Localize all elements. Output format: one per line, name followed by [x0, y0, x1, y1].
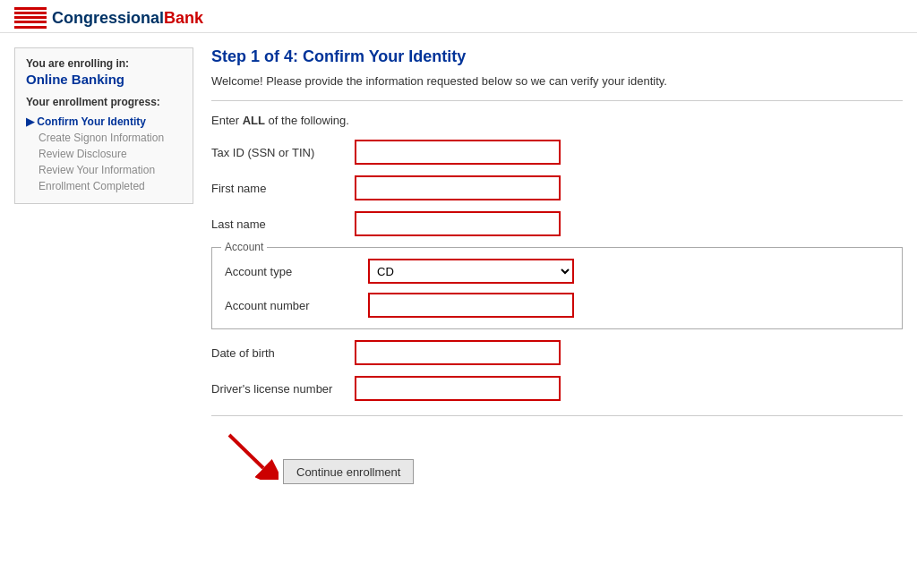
- svg-rect-5: [14, 12, 47, 14]
- account-number-row: Account number: [225, 293, 889, 318]
- account-type-label: Account type: [225, 265, 368, 278]
- sidebar-step-1: Confirm Your Identity: [26, 114, 182, 130]
- first-name-input[interactable]: [355, 175, 561, 200]
- svg-rect-8: [14, 19, 47, 21]
- svg-line-13: [229, 435, 263, 468]
- account-group-legend: Account: [221, 241, 267, 253]
- dob-input[interactable]: [355, 340, 561, 365]
- drivers-license-row: Driver's license number: [211, 376, 903, 401]
- logo-text-part1: Congressional: [52, 9, 164, 27]
- sidebar-step-2: Create Signon Information: [26, 130, 182, 146]
- sidebar-step-5: Enrollment Completed: [26, 178, 182, 194]
- drivers-license-label: Driver's license number: [211, 382, 355, 396]
- last-name-label: Last name: [211, 217, 355, 231]
- account-number-input[interactable]: [368, 293, 574, 318]
- step-description: Welcome! Please provide the information …: [211, 73, 903, 89]
- logo-text: CongressionalBank: [52, 9, 203, 28]
- svg-rect-11: [14, 26, 47, 29]
- account-group: Account Account type CD Checking Savings…: [211, 247, 903, 329]
- main-layout: You are enrolling in: Online Banking You…: [0, 33, 917, 534]
- first-name-label: First name: [211, 182, 355, 195]
- svg-rect-9: [14, 21, 47, 23]
- account-type-row: Account type CD Checking Savings Money M…: [225, 259, 889, 284]
- enter-all-label: Enter ALL of the following.: [211, 114, 903, 127]
- divider: [211, 100, 903, 101]
- button-section: Continue enrollment: [211, 415, 903, 484]
- sidebar-step-3: Review Disclosure: [26, 146, 182, 162]
- account-type-select[interactable]: CD Checking Savings Money Market: [368, 259, 574, 284]
- svg-rect-4: [14, 10, 47, 12]
- dob-row: Date of birth: [211, 340, 903, 365]
- progress-label: Your enrollment progress:: [26, 96, 182, 108]
- enrolling-label: You are enrolling in:: [26, 57, 182, 70]
- logo-container: CongressionalBank: [14, 7, 903, 29]
- tax-id-label: Tax ID (SSN or TIN): [211, 146, 355, 159]
- svg-rect-3: [14, 7, 47, 10]
- logo-flag-icon: [14, 7, 47, 29]
- content-area: Step 1 of 4: Confirm Your Identity Welco…: [211, 47, 903, 520]
- svg-rect-7: [14, 16, 47, 19]
- product-name: Online Banking: [26, 72, 182, 87]
- account-number-label: Account number: [225, 299, 368, 312]
- sidebar-steps: Confirm Your Identity Create Signon Info…: [26, 114, 182, 194]
- svg-rect-10: [14, 23, 47, 26]
- dob-label: Date of birth: [211, 346, 355, 360]
- drivers-license-input[interactable]: [355, 376, 561, 401]
- arrow-icon: [211, 430, 279, 480]
- step-title: Step 1 of 4: Confirm Your Identity: [211, 47, 903, 66]
- arrow-container: [211, 430, 283, 484]
- first-name-row: First name: [211, 175, 903, 200]
- sidebar: You are enrolling in: Online Banking You…: [14, 47, 193, 204]
- continue-enrollment-button[interactable]: Continue enrollment: [283, 459, 414, 484]
- last-name-row: Last name: [211, 211, 903, 236]
- header: CongressionalBank: [0, 0, 917, 33]
- sidebar-step-4: Review Your Information: [26, 162, 182, 178]
- tax-id-row: Tax ID (SSN or TIN): [211, 140, 903, 165]
- svg-rect-6: [14, 14, 47, 16]
- logo-text-part2: Bank: [164, 9, 203, 27]
- tax-id-input[interactable]: [355, 140, 561, 165]
- last-name-input[interactable]: [355, 211, 561, 236]
